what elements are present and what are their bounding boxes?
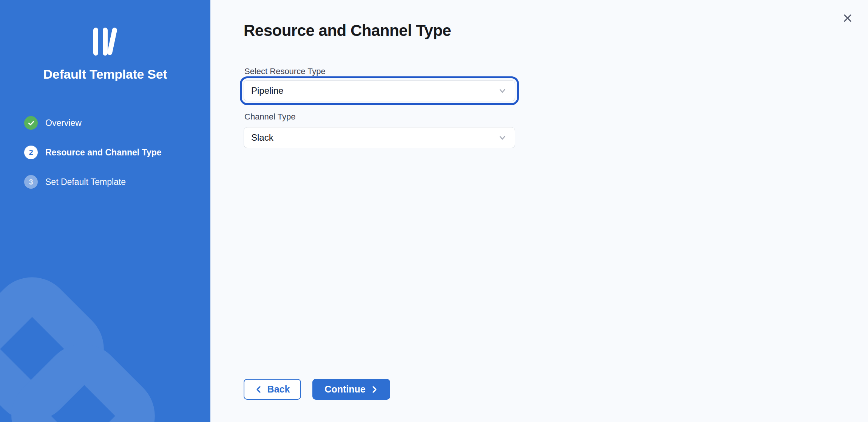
- chevron-left-icon: [255, 385, 263, 394]
- wizard-title: Default Template Set: [0, 67, 210, 82]
- close-icon: [842, 12, 853, 24]
- wizard-sidebar: Default Template Set Overview 2 Resource…: [0, 0, 210, 422]
- back-button-label: Back: [267, 384, 290, 395]
- back-button[interactable]: Back: [244, 379, 301, 400]
- app-logo: [0, 28, 210, 56]
- close-button[interactable]: [839, 10, 856, 26]
- step-number-badge: 3: [24, 175, 38, 189]
- resource-channel-form: Select Resource Type Pipeline Channel Ty…: [244, 67, 515, 148]
- channel-type-label: Channel Type: [244, 113, 515, 121]
- resource-type-label: Select Resource Type: [244, 67, 515, 76]
- wizard-modal: Default Template Set Overview 2 Resource…: [0, 0, 868, 422]
- chevron-down-icon: [498, 87, 507, 95]
- chevron-right-icon: [371, 385, 378, 394]
- channel-type-select[interactable]: Slack: [244, 127, 515, 148]
- resource-type-select[interactable]: Pipeline: [244, 80, 515, 101]
- channel-type-value: Slack: [251, 132, 273, 143]
- step-set-default-template[interactable]: 3 Set Default Template: [24, 175, 199, 189]
- wizard-footer: Back Continue: [244, 379, 390, 400]
- wizard-content: Resource and Channel Type Select Resourc…: [210, 0, 868, 422]
- continue-button-label: Continue: [324, 384, 365, 395]
- page-title: Resource and Channel Type: [244, 22, 451, 40]
- step-overview[interactable]: Overview: [24, 116, 199, 130]
- step-label: Resource and Channel Type: [45, 147, 162, 158]
- step-label: Overview: [45, 118, 82, 128]
- chevron-down-icon: [498, 133, 507, 142]
- resource-type-value: Pipeline: [251, 85, 283, 96]
- check-icon: [27, 119, 35, 127]
- step-resource-and-channel-type[interactable]: 2 Resource and Channel Type: [24, 146, 199, 159]
- logo-bar-leaning: [107, 27, 117, 56]
- logo-bar: [103, 28, 108, 56]
- logo-bar: [93, 28, 98, 56]
- wizard-steps: Overview 2 Resource and Channel Type 3 S…: [24, 116, 199, 205]
- continue-button[interactable]: Continue: [312, 379, 390, 400]
- step-number-badge: 2: [24, 146, 38, 159]
- step-label: Set Default Template: [45, 177, 126, 187]
- step-complete-badge: [24, 116, 38, 130]
